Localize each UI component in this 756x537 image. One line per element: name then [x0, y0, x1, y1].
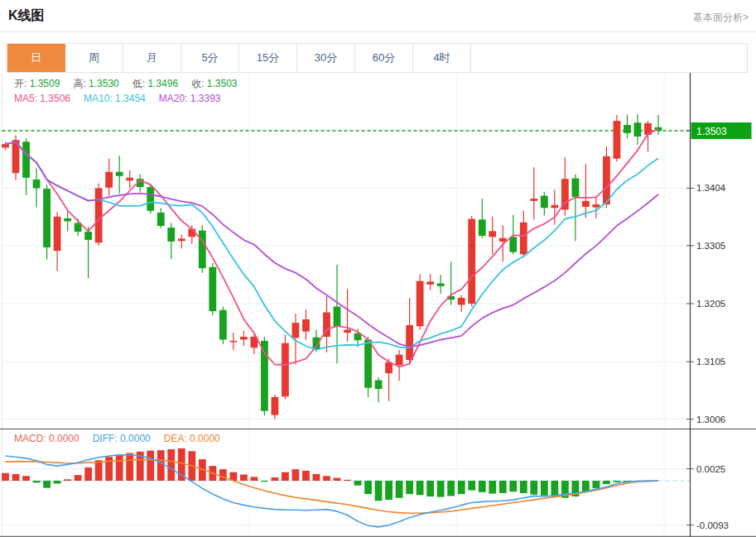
tab-period-6[interactable]: 60分: [355, 44, 413, 72]
candles-layer: [2, 114, 662, 420]
tab-period-2[interactable]: 月: [123, 44, 181, 72]
ohlc-legend-item-2: 低: 1.3496: [132, 78, 178, 89]
tab-period-7[interactable]: 4时: [413, 44, 471, 72]
ma-legend-item-0: MA5: 1.3506: [14, 93, 70, 104]
price-tick-3: 1.3105: [696, 357, 725, 367]
macd-legend-item-2: DEA: 0.0000: [164, 433, 220, 444]
macd-hist-layer: [2, 448, 631, 501]
tab-period-1[interactable]: 周: [65, 44, 123, 72]
fundamental-analysis-link[interactable]: 基本面分析>: [693, 11, 749, 25]
page-title: K线图: [8, 7, 45, 25]
macd-tick-0: 0.0025: [696, 464, 725, 474]
macd-tick-1: -0.0093: [696, 520, 729, 530]
tab-period-4[interactable]: 15分: [239, 44, 297, 72]
tab-period-0[interactable]: 日: [7, 44, 65, 72]
macd-legend: MACD: 0.0000DIFF: 0.0000DEA: 0.0000: [14, 433, 234, 444]
ma20-line: [6, 142, 659, 347]
ma-lines-layer: [6, 129, 659, 367]
svg-text:1.3503: 1.3503: [696, 126, 727, 137]
ohlc-legend-item-1: 高: 1.3530: [73, 78, 118, 89]
grid-layer: [2, 73, 691, 536]
ohlc-legend-item-0: 开: 1.3509: [14, 78, 60, 89]
ma-legend-item-1: MA10: 1.3454: [84, 93, 146, 104]
price-tick-1: 1.3305: [696, 241, 725, 251]
macd-legend-item-1: DIFF: 0.0000: [93, 433, 151, 444]
current-price-tag: 1.3503: [691, 122, 752, 139]
ma-legend-item-2: MA20: 1.3393: [159, 93, 221, 104]
macd-legend-item-0: MACD: 0.0000: [14, 433, 79, 444]
diff-line: [6, 455, 659, 527]
ohlc-legend-item-3: 收: 1.3503: [191, 78, 237, 89]
ma5-line: [6, 129, 659, 367]
axis-labels-layer: 1.34041.33051.32051.31051.30060.0025-0.0…: [686, 183, 729, 530]
ma-legend: MA5: 1.3506MA10: 1.3454MA20: 1.3393: [14, 93, 234, 104]
tab-period-3[interactable]: 5分: [181, 44, 239, 72]
period-tabbar: 日周月5分15分30分60分4时: [7, 43, 748, 73]
price-tick-2: 1.3205: [696, 299, 725, 309]
price-tick-0: 1.3404: [696, 183, 726, 193]
dea-line: [6, 460, 659, 514]
ohlc-legend: 开: 1.3509高: 1.3530低: 1.3496收: 1.3503: [14, 77, 251, 91]
kline-macd-chart[interactable]: 1.34041.33051.32051.31051.30060.0025-0.0…: [0, 73, 756, 537]
price-tick-4: 1.3006: [696, 415, 725, 424]
header-divider: [0, 31, 756, 32]
tab-period-5[interactable]: 30分: [297, 44, 355, 72]
